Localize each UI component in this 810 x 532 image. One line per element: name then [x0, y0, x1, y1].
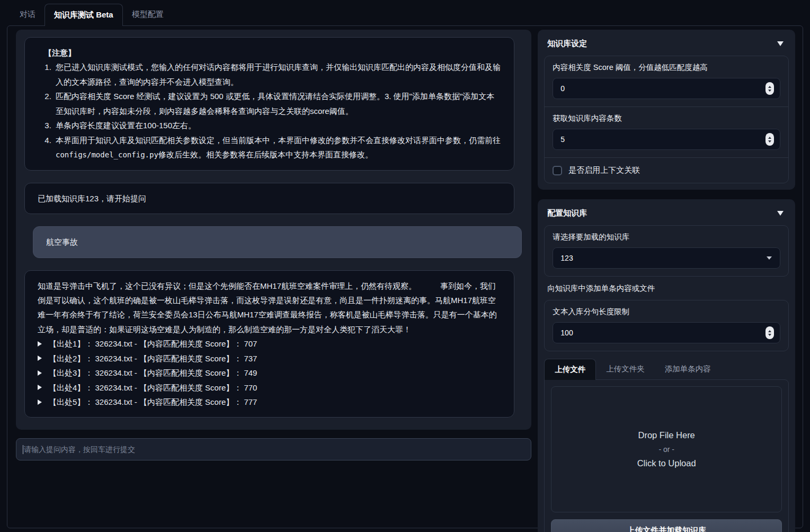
settings-column: 知识库设定 内容相关度 Score 阈值，分值越低匹配度越高 0 获取知识库内容… [538, 30, 795, 520]
kb-config-accordion: 配置知识库 请选择要加载的知识库 123 向知识库中添加单条内容或文件 文本入库… [538, 199, 795, 532]
bot-message-loaded: 已加载知识库123，请开始提问 [24, 183, 514, 214]
question-input[interactable] [24, 445, 524, 454]
tab-model-config[interactable]: 模型配置 [123, 4, 173, 25]
expand-arrow-icon [38, 385, 42, 390]
question-input-box [16, 438, 531, 460]
kb-select-dropdown[interactable]: 123 [553, 247, 780, 269]
knowledge-base-test-panel: 【注意】 您已进入知识库测试模式，您输入的任何对话内容都将用于进行知识库查询，并… [7, 25, 803, 528]
answer-text: 知道是导弹击中飞机了，这个已没有异议；但是这个先例能否在MH17航班空难案件审理… [38, 279, 501, 337]
bot-message-answer: 知道是导弹击中飞机了，这个已没有异议；但是这个先例能否在MH17航班空难案件审理… [24, 270, 514, 418]
chat-column: 【注意】 您已进入知识库测试模式，您输入的任何对话内容都将用于进行知识库查询，并… [16, 30, 531, 520]
chatbot-panel: 【注意】 您已进入知识库测试模式，您输入的任何对话内容都将用于进行知识库查询，并… [16, 30, 531, 430]
dropzone-line3: Click to Upload [637, 458, 696, 468]
kb-settings-accordion-header[interactable]: 知识库设定 [544, 36, 789, 56]
chevron-down-icon [767, 256, 772, 260]
user-message: 航空事故 [33, 226, 522, 258]
dropzone-line2: - or - [658, 445, 674, 454]
content-count-row: 获取知识库内容条数 5 [545, 107, 788, 157]
tab-upload-folder[interactable]: 上传文件夹 [596, 359, 655, 379]
kb-settings-title: 知识库设定 [547, 39, 587, 49]
score-threshold-label: 内容相关度 Score 阈值，分值越低匹配度越高 [553, 63, 780, 73]
notice-message: 【注意】 您已进入知识库测试模式，您输入的任何对话内容都将用于进行知识库查询，并… [24, 37, 514, 171]
kb-config-accordion-header[interactable]: 配置知识库 [544, 206, 789, 225]
sentence-length-input[interactable]: 100 [553, 322, 780, 343]
config-file-path: configs/model_config.py [56, 150, 158, 159]
add-content-section-row: 向知识库中添加单条内容或文件 [544, 277, 789, 300]
kb-select-label: 请选择要加载的知识库 [553, 232, 780, 242]
text-caret [23, 445, 23, 454]
notice-title: 【注意】 [38, 46, 501, 60]
source-detail-5[interactable]: 【出处5】： 326234.txt - 【内容匹配相关度 Score】： 777 [38, 395, 501, 409]
expand-arrow-icon [38, 341, 42, 347]
kb-select-row: 请选择要加载的知识库 123 [545, 226, 788, 276]
notice-item: 匹配内容相关度 Score 经测试，建议设置为 500 或更低，具体设置情况请结… [54, 89, 501, 118]
source-detail-4[interactable]: 【出处4】： 326234.txt - 【内容匹配相关度 Score】： 770 [38, 380, 501, 395]
number-stepper-icon[interactable] [766, 82, 774, 95]
notice-list: 您已进入知识库测试模式，您输入的任何对话内容都将用于进行知识库查询，并仅输出知识… [54, 60, 501, 162]
tab-upload-file[interactable]: 上传文件 [544, 359, 596, 380]
accordion-collapse-icon [777, 211, 784, 216]
sentence-length-group: 文本入库分句长度限制 100 [544, 300, 789, 351]
score-threshold-input[interactable]: 0 [553, 78, 780, 99]
tab-add-single-content[interactable]: 添加单条内容 [655, 359, 721, 379]
tab-dialog[interactable]: 对话 [11, 4, 44, 25]
sentence-length-row: 文本入库分句长度限制 100 [545, 300, 788, 351]
context-link-label: 是否启用上下文关联 [568, 165, 640, 175]
context-link-checkbox[interactable] [553, 166, 562, 175]
upload-tabs-block: 上传文件 上传文件夹 添加单条内容 Drop File Here - or - … [544, 359, 789, 532]
score-threshold-row: 内容相关度 Score 阈值，分值越低匹配度越高 0 [545, 56, 788, 107]
content-count-input[interactable]: 5 [553, 129, 780, 150]
content-count-label: 获取知识库内容条数 [553, 113, 780, 123]
tab-knowledge-base-test[interactable]: 知识库测试 Beta [44, 4, 123, 26]
context-link-checkbox-row[interactable]: 是否启用上下文关联 [545, 157, 788, 183]
expand-arrow-icon [38, 370, 42, 376]
source-detail-2[interactable]: 【出处2】： 326234.txt - 【内容匹配相关度 Score】： 737 [38, 351, 501, 366]
expand-arrow-icon [38, 356, 42, 361]
sentence-length-label: 文本入库分句长度限制 [553, 307, 780, 317]
notice-item: 您已进入知识库测试模式，您输入的任何对话内容都将用于进行知识库查询，并仅输出知识… [54, 60, 501, 89]
source-detail-3[interactable]: 【出处3】： 326234.txt - 【内容匹配相关度 Score】： 749 [38, 366, 501, 380]
source-detail-1[interactable]: 【出处1】： 326234.txt - 【内容匹配相关度 Score】： 707 [38, 336, 501, 351]
kb-settings-group: 内容相关度 Score 阈值，分值越低匹配度越高 0 获取知识库内容条数 5 [544, 56, 789, 183]
number-stepper-icon[interactable] [766, 326, 774, 339]
upload-and-load-kb-button[interactable]: 上传文件并加载知识库 [551, 519, 782, 532]
accordion-collapse-icon [777, 41, 784, 46]
number-stepper-icon[interactable] [766, 133, 774, 146]
notice-item: 本界面用于知识入库及知识匹配相关参数设定，但当前版本中，本界面中修改的参数并不会… [54, 133, 501, 162]
main-tab-bar: 对话 知识库测试 Beta 模型配置 [0, 0, 810, 25]
expand-arrow-icon [38, 400, 42, 405]
kb-settings-accordion: 知识库设定 内容相关度 Score 阈值，分值越低匹配度越高 0 获取知识库内容… [538, 30, 795, 190]
notice-item: 单条内容长度建议设置在100-150左右。 [54, 118, 501, 132]
upload-file-tab-panel: Drop File Here - or - Click to Upload 上传… [544, 379, 789, 532]
kb-config-title: 配置知识库 [547, 208, 587, 218]
file-dropzone[interactable]: Drop File Here - or - Click to Upload [551, 386, 782, 512]
add-content-section-label: 向知识库中添加单条内容或文件 [547, 283, 786, 294]
dropzone-line1: Drop File Here [638, 430, 695, 440]
upload-tab-bar: 上传文件 上传文件夹 添加单条内容 [544, 359, 789, 379]
kb-select-group: 请选择要加载的知识库 123 [544, 225, 789, 277]
